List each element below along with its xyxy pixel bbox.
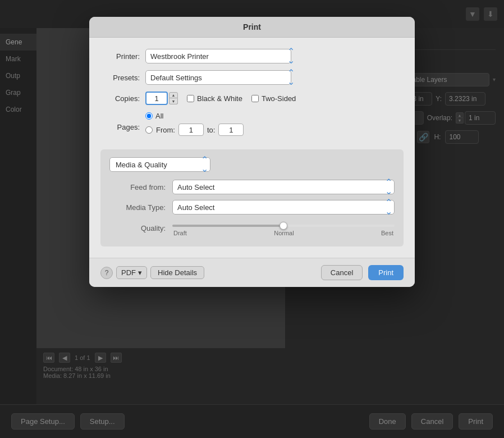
two-sided-option: Two-Sided bbox=[251, 94, 296, 103]
black-white-option: Black & White bbox=[187, 94, 242, 103]
feed-from-row: Feed from: Auto Select ⌃⌄ bbox=[109, 180, 395, 194]
dialog-overlay: Print Printer: Westbrook Printer ⌃⌄ Pres… bbox=[0, 0, 504, 438]
all-pages-row: All bbox=[145, 112, 244, 120]
presets-select[interactable]: Default Settings bbox=[145, 70, 291, 85]
dialog-print-button[interactable]: Print bbox=[368, 265, 404, 280]
quality-normal-label: Normal bbox=[274, 230, 294, 236]
pages-row: Pages: All From: to: bbox=[100, 112, 404, 143]
pages-section: All From: to: bbox=[145, 112, 244, 136]
all-pages-label: All bbox=[155, 112, 163, 120]
dialog-title: Print bbox=[243, 22, 261, 31]
feed-select-wrapper: Auto Select ⌃⌄ bbox=[172, 180, 395, 194]
feed-from-label: Feed from: bbox=[109, 183, 166, 191]
black-white-label: Black & White bbox=[197, 94, 242, 103]
copies-up[interactable]: ▲ bbox=[169, 92, 178, 98]
media-type-row: Media Type: Auto Select ⌃⌄ bbox=[109, 200, 395, 215]
all-pages-radio[interactable] bbox=[145, 112, 153, 120]
media-type-wrapper: Auto Select ⌃⌄ bbox=[172, 200, 395, 215]
footer-left: ? PDF ▾ Hide Details bbox=[100, 266, 204, 279]
two-sided-label: Two-Sided bbox=[262, 94, 296, 103]
media-quality-select[interactable]: Media & Quality bbox=[109, 157, 210, 172]
black-white-checkbox[interactable] bbox=[187, 95, 194, 102]
copies-stepper: ▲ ▼ bbox=[169, 92, 178, 104]
checkbox-group: Black & White Two-Sided bbox=[187, 94, 296, 103]
dialog-footer: ? PDF ▾ Hide Details Cancel Print bbox=[89, 258, 415, 287]
copies-input[interactable] bbox=[145, 92, 168, 105]
quality-draft-label: Draft bbox=[173, 230, 187, 236]
quality-label: Quality: bbox=[109, 224, 166, 232]
copies-input-wrap: ▲ ▼ bbox=[145, 92, 178, 105]
pdf-arrow-icon: ▾ bbox=[138, 268, 142, 277]
dialog-cancel-button[interactable]: Cancel bbox=[321, 265, 363, 280]
to-label: to: bbox=[207, 126, 215, 134]
pdf-label: PDF bbox=[121, 268, 136, 277]
feed-from-select[interactable]: Auto Select bbox=[172, 180, 395, 194]
copies-label: Copies: bbox=[100, 94, 140, 103]
copies-down[interactable]: ▼ bbox=[169, 98, 178, 104]
print-dialog: Print Printer: Westbrook Printer ⌃⌄ Pres… bbox=[89, 17, 415, 287]
presets-label: Presets: bbox=[100, 74, 140, 82]
from-pages-radio[interactable] bbox=[145, 126, 153, 134]
printer-select[interactable]: Westbrook Printer bbox=[145, 49, 291, 63]
quality-slider-wrap: Draft Normal Best bbox=[172, 220, 395, 236]
hide-details-button[interactable]: Hide Details bbox=[150, 266, 204, 279]
pages-label: Pages: bbox=[100, 123, 140, 131]
presets-select-wrapper: Default Settings ⌃⌄ bbox=[145, 70, 297, 85]
help-button[interactable]: ? bbox=[100, 267, 113, 279]
media-title-row: Media & Quality ⌃⌄ bbox=[109, 157, 395, 172]
dialog-body: Printer: Westbrook Printer ⌃⌄ Presets: D… bbox=[89, 38, 415, 258]
dialog-title-bar: Print bbox=[89, 17, 415, 38]
footer-right: Cancel Print bbox=[321, 265, 404, 280]
printer-row: Printer: Westbrook Printer ⌃⌄ bbox=[100, 49, 404, 63]
printer-label: Printer: bbox=[100, 52, 140, 61]
media-type-select[interactable]: Auto Select bbox=[172, 200, 395, 215]
two-sided-checkbox[interactable] bbox=[251, 95, 259, 102]
quality-labels: Draft Normal Best bbox=[172, 230, 395, 236]
media-type-label: Media Type: bbox=[109, 203, 166, 212]
from-pages-row: From: to: bbox=[145, 124, 244, 136]
from-input[interactable] bbox=[178, 124, 204, 136]
quality-slider[interactable] bbox=[172, 225, 395, 227]
media-dropdown-wrap: Media & Quality ⌃⌄ bbox=[109, 157, 210, 172]
media-quality-section: Media & Quality ⌃⌄ Feed from: Auto Selec… bbox=[100, 149, 404, 247]
quality-best-label: Best bbox=[381, 230, 393, 236]
copies-row: Copies: ▲ ▼ Black & White Two-Sid bbox=[100, 92, 404, 105]
to-input[interactable] bbox=[218, 124, 244, 136]
presets-row: Presets: Default Settings ⌃⌄ bbox=[100, 70, 404, 85]
pdf-button[interactable]: PDF ▾ bbox=[116, 266, 147, 279]
printer-select-wrapper: Westbrook Printer ⌃⌄ bbox=[145, 49, 297, 63]
from-label: From: bbox=[156, 126, 175, 134]
quality-row: Quality: Draft Normal Best bbox=[109, 220, 395, 236]
